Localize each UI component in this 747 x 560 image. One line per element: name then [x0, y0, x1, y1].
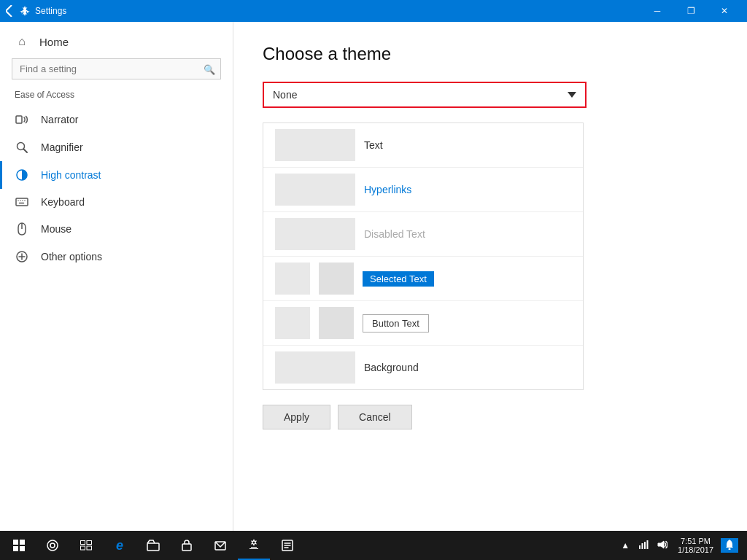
svg-rect-15	[13, 540, 18, 545]
section-label: Ease of Access	[0, 87, 233, 106]
background-label: Background	[364, 362, 419, 373]
svg-point-19	[47, 540, 58, 551]
content-area: Choose a theme None High Contrast #1 Hig…	[233, 22, 747, 531]
sidebar-item-high-contrast[interactable]: High contrast	[0, 161, 233, 189]
svg-rect-16	[20, 540, 25, 545]
theme-dropdown[interactable]: None High Contrast #1 High Contrast #2 H…	[264, 83, 585, 106]
selected-bg-swatch[interactable]	[275, 262, 310, 295]
preview-row-button: Button Text	[263, 301, 583, 346]
hyperlinks-label: Hyperlinks	[364, 184, 411, 195]
mail-button[interactable]	[204, 531, 236, 560]
titlebar-title: Settings	[35, 6, 640, 16]
action-buttons: Apply Cancel	[263, 405, 718, 429]
settings-icon	[19, 5, 31, 17]
taskbar: e ▲ 7:51 PM 1/18/2017	[0, 531, 747, 560]
svg-rect-24	[87, 546, 92, 550]
svg-rect-35	[639, 545, 640, 549]
sidebar-item-other-options[interactable]: Other options	[0, 243, 233, 271]
cancel-button[interactable]: Cancel	[338, 405, 412, 429]
sidebar-item-magnifier[interactable]: Magnifier	[0, 133, 233, 161]
cortana-button[interactable]	[36, 531, 69, 560]
text-color-swatch[interactable]	[275, 129, 355, 161]
svg-rect-5	[16, 198, 28, 206]
sidebar-item-keyboard[interactable]: Keyboard	[0, 189, 233, 215]
sidebar-item-narrator[interactable]: Narrator	[0, 106, 233, 133]
explorer-button[interactable]	[137, 531, 169, 560]
disabled-color-swatch[interactable]	[275, 218, 355, 250]
svg-rect-1	[16, 116, 22, 123]
narrator-label: Narrator	[41, 114, 78, 125]
start-button[interactable]	[3, 531, 35, 560]
svg-rect-37	[644, 542, 646, 549]
svg-rect-30	[249, 548, 258, 549]
notification-button[interactable]	[721, 538, 738, 553]
svg-rect-38	[647, 540, 649, 549]
button-bg-swatch[interactable]	[275, 307, 310, 339]
hyperlinks-color-swatch[interactable]	[275, 174, 355, 206]
settings-button[interactable]	[238, 531, 270, 560]
clock-time: 7:51 PM	[678, 537, 713, 545]
maximize-button[interactable]: ❐	[674, 0, 708, 22]
svg-rect-36	[642, 543, 643, 549]
tray-volume[interactable]	[654, 539, 670, 553]
news-button[interactable]	[271, 531, 303, 560]
clock-date: 1/18/2017	[678, 545, 713, 554]
page-title: Choose a theme	[263, 44, 718, 64]
text-label: Text	[364, 139, 383, 151]
preview-row-disabled: Disabled Text	[263, 212, 583, 257]
task-view-button[interactable]	[70, 531, 102, 560]
minimize-button[interactable]: ─	[640, 0, 674, 22]
high-contrast-icon	[15, 168, 29, 182]
sidebar-search-container: 🔍	[12, 58, 221, 79]
svg-point-40	[729, 548, 731, 551]
narrator-icon	[15, 113, 29, 126]
preview-row-text: Text	[263, 123, 583, 168]
background-color-swatch[interactable]	[275, 351, 355, 384]
mouse-label: Mouse	[41, 223, 71, 235]
preview-row-selected: Selected Text	[263, 257, 583, 301]
search-icon: 🔍	[204, 63, 215, 74]
disabled-label: Disabled Text	[364, 228, 425, 240]
store-button[interactable]	[171, 531, 203, 560]
titlebar: Settings ─ ❐ ✕	[0, 0, 747, 22]
preview-row-hyperlinks: Hyperlinks	[263, 168, 583, 212]
home-label: Home	[39, 36, 69, 48]
magnifier-label: Magnifier	[41, 141, 83, 153]
svg-rect-21	[81, 541, 85, 545]
search-input[interactable]	[12, 58, 221, 79]
close-button[interactable]: ✕	[708, 0, 741, 22]
edge-button[interactable]: e	[104, 531, 136, 560]
svg-rect-26	[182, 544, 191, 551]
sidebar-item-home[interactable]: ⌂ Home	[0, 29, 233, 54]
other-options-label: Other options	[41, 251, 102, 262]
apply-button[interactable]: Apply	[263, 405, 330, 429]
keyboard-label: Keyboard	[41, 196, 85, 208]
theme-preview-box: Text Hyperlinks Disabled Text Selected T…	[263, 122, 584, 390]
selected-text-swatch[interactable]	[319, 262, 354, 295]
high-contrast-label: High contrast	[41, 169, 101, 181]
svg-rect-25	[147, 543, 159, 551]
mouse-icon	[15, 222, 29, 236]
home-icon: ⌂	[15, 35, 29, 48]
sidebar: ⌂ Home 🔍 Ease of Access Narrator Magnifi…	[0, 22, 233, 531]
preview-row-background: Background	[263, 346, 583, 389]
window-controls: ─ ❐ ✕	[640, 0, 741, 22]
svg-rect-29	[251, 547, 257, 548]
tray-chevron[interactable]: ▲	[618, 539, 632, 552]
back-button[interactable]	[6, 5, 13, 17]
svg-point-28	[253, 542, 255, 544]
svg-line-3	[24, 149, 28, 153]
button-text-swatch[interactable]	[319, 307, 354, 339]
button-text-preview: Button Text	[363, 314, 429, 332]
selected-label: Selected Text	[363, 271, 434, 287]
system-clock[interactable]: 7:51 PM 1/18/2017	[673, 537, 718, 554]
system-tray: ▲ 7:51 PM 1/18/2017	[612, 537, 744, 554]
svg-rect-18	[20, 546, 25, 551]
svg-rect-22	[87, 541, 92, 545]
main-area: ⌂ Home 🔍 Ease of Access Narrator Magnifi…	[0, 22, 747, 531]
svg-rect-23	[81, 546, 85, 550]
svg-point-20	[50, 543, 55, 548]
sidebar-item-mouse[interactable]: Mouse	[0, 215, 233, 243]
magnifier-icon	[15, 141, 29, 154]
tray-network[interactable]	[635, 539, 651, 553]
